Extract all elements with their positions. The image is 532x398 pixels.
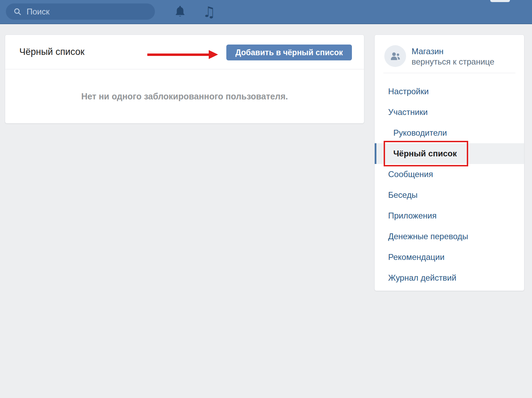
music-icon[interactable]: ♫	[200, 0, 218, 24]
blacklist-panel-header: Чёрный список Добавить в чёрный список	[5, 35, 364, 69]
sidebar-item-conversations[interactable]: Беседы	[375, 185, 524, 205]
annotation-arrow-shaft	[147, 54, 209, 56]
empty-state-message: Нет ни одного заблокированного пользоват…	[81, 91, 288, 101]
notifications-bell-icon[interactable]	[171, 0, 189, 24]
sidebar-item-apps[interactable]: Приложения	[375, 205, 524, 226]
community-sidebar: Магазин вернуться к странице Настройки У…	[374, 35, 524, 291]
top-right-cutoff-element	[490, 0, 510, 2]
sidebar-item-money-transfers[interactable]: Денежные переводы	[375, 226, 524, 247]
sidebar-item-recommendations[interactable]: Рекомендации	[375, 247, 524, 268]
blacklist-empty-state: Нет ни одного заблокированного пользоват…	[5, 69, 364, 124]
top-navigation-bar: ♫	[0, 0, 532, 24]
back-to-page-link[interactable]: вернуться к странице	[412, 57, 494, 67]
sidebar-item-members[interactable]: Участники	[375, 102, 524, 123]
page-title: Чёрный список	[19, 47, 85, 57]
two-people-icon	[390, 51, 401, 61]
community-profile-block: Магазин вернуться к странице	[375, 35, 524, 73]
blacklist-panel: Чёрный список Добавить в чёрный список Н…	[5, 35, 364, 124]
sidebar-item-messages[interactable]: Сообщения	[375, 164, 524, 185]
music-note-glyph: ♫	[203, 5, 216, 19]
annotation-arrow-head	[209, 50, 218, 59]
sidebar-menu: Настройки Участники Руководители Чёрный …	[375, 81, 524, 288]
add-to-blacklist-button[interactable]: Добавить в чёрный список	[226, 45, 352, 60]
community-name-link[interactable]: Магазин	[412, 47, 444, 56]
sidebar-item-action-log[interactable]: Журнал действий	[375, 268, 524, 288]
sidebar-item-blacklist[interactable]: Чёрный список	[375, 143, 524, 164]
sidebar-divider	[383, 73, 515, 73]
sidebar-item-settings[interactable]: Настройки	[375, 81, 524, 102]
search-input[interactable]	[26, 7, 150, 17]
search-icon	[13, 8, 22, 16]
community-avatar[interactable]	[384, 45, 406, 67]
search-box[interactable]	[6, 3, 155, 20]
sidebar-item-managers[interactable]: Руководители	[375, 123, 524, 143]
